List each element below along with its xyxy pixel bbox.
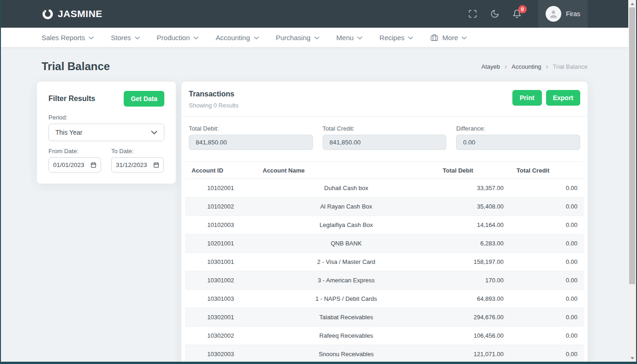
print-button[interactable]: Print [512,90,542,106]
export-button[interactable]: Export [546,90,580,106]
nav-label: Stores [111,34,131,42]
difference-value: 0.00 [456,135,580,150]
total-credit-cell: 0.00 [510,240,584,247]
account-id-cell: 10102001 [185,185,256,191]
total-credit-cell: 0.00 [510,295,584,302]
from-date-input[interactable]: 01/01/2023 [48,157,101,173]
nav-item-production[interactable]: Production [157,34,199,42]
table-row: 10102003 Legtaifiya Cash Box 14,164.00 0… [185,216,584,234]
account-name-cell: QNB BANK [256,240,436,247]
nav-item-menu[interactable]: Menu [337,34,363,42]
calendar-icon [153,162,159,168]
account-id-cell: 10301001 [185,258,256,265]
user-menu[interactable]: Firas [538,0,588,28]
nav-item-more[interactable]: More [430,33,467,42]
breadcrumb-atayeb[interactable]: Atayeb [481,63,500,70]
account-name-cell: Duhail Cash box [256,185,436,191]
table-header-row: Account ID Account Name Total Debit Tota… [185,161,584,179]
nav-label: More [442,34,458,42]
filter-panel: Filter Results Get Data Period: This Yea… [37,82,176,184]
chevron-down-icon [193,36,198,40]
transactions-title: Transactions [189,90,239,98]
to-date-input[interactable]: 31/12/2023 [111,157,164,173]
scroll-down-arrow[interactable] [628,354,636,362]
to-date-value: 31/12/2023 [116,161,147,168]
brand-name: JASMINE [58,8,102,19]
breadcrumb: Atayeb › Accounting › Trial Balance [481,63,588,70]
scroll-up-arrow[interactable] [628,0,636,7]
user-avatar [546,6,561,22]
transactions-panel: Transactions Showing 0 Results Print Exp… [181,82,588,362]
chevron-down-icon [135,36,140,40]
account-id-cell: 10302002 [185,332,256,339]
total-credit-cell: 0.00 [510,351,584,358]
table-row: 10301003 1 - NAPS / Debit Cards 64,893.0… [185,290,584,308]
table-row: 10102002 Al Rayan Cash Box 35,408.00 0.0… [185,197,584,216]
notifications-bell-icon[interactable]: 0 [512,9,522,18]
total-debit-cell: 14,164.00 [436,221,510,228]
table-row: 10302002 Rafeeq Receivables 106,456.00 0… [185,327,584,345]
total-debit-cell: 35,408.00 [436,203,510,210]
period-select[interactable]: This Year [48,124,164,141]
dark-mode-moon-icon[interactable] [490,9,499,18]
page-title: Trial Balance [42,60,110,73]
nav-label: Menu [337,34,354,42]
breadcrumb-accounting[interactable]: Accounting [511,63,541,70]
chevron-down-icon [462,36,467,40]
nav-item-stores[interactable]: Stores [111,34,139,42]
nav-label: Sales Reports [42,34,85,42]
account-name-cell: Snoonu Receivables [256,351,436,358]
nav-label: Accounting [216,34,250,42]
account-name-cell: Al Rayan Cash Box [256,203,436,210]
table-row: 10102001 Duhail Cash box 33,357.00 0.00 [185,179,584,197]
to-date-label: To Date: [111,148,164,155]
col-header-account-name: Account Name [256,167,436,174]
total-credit-cell: 0.00 [510,203,584,210]
table-row: 10201001 QNB BANK 6,283.00 0.00 [185,234,584,253]
vertical-scrollbar [628,0,636,362]
nav-item-sales-reports[interactable]: Sales Reports [42,34,94,42]
notification-count-badge: 0 [518,5,527,13]
nav-item-recipes[interactable]: Recipes [379,34,413,42]
account-name-cell: Legtaifiya Cash Box [256,221,436,228]
totals-summary: Total Debit: 841,850.00 Total Credit: 84… [181,117,588,150]
accounts-table: Account ID Account Name Total Debit Tota… [185,161,584,362]
account-id-cell: 10102003 [185,221,256,228]
total-credit-cell: 0.00 [510,221,584,228]
chevron-down-icon [314,36,319,40]
total-debit-cell: 106,456.00 [436,332,510,339]
total-debit-cell: 294,676.00 [436,314,510,321]
total-credit-cell: 0.00 [510,314,584,321]
fullscreen-icon[interactable] [468,9,477,18]
account-id-cell: 10102002 [185,203,256,210]
account-id-cell: 10301002 [185,277,256,284]
total-debit-cell: 64,893.00 [436,295,510,302]
top-header: JASMINE 0 [1,0,628,28]
total-credit-cell: 0.00 [510,185,584,191]
nav-item-accounting[interactable]: Accounting [216,34,258,42]
total-credit-value: 841,850.00 [323,135,447,150]
filter-title: Filter Results [48,95,95,103]
header-actions: 0 Firas [468,0,628,28]
difference-label: Differance: [456,125,580,132]
chevron-down-icon [408,36,413,40]
nav-item-purchasing[interactable]: Purchasing [276,34,319,42]
chevron-right-icon: › [505,63,507,70]
total-credit-cell: 0.00 [510,277,584,284]
account-name-cell: Rafeeq Receivables [256,332,436,339]
table-row: 10302003 Snoonu Receivables 121,071.00 0… [185,345,584,362]
period-value: This Year [55,129,82,136]
chevron-right-icon: › [546,63,548,70]
total-credit-label: Total Credit: [323,125,447,132]
brand-logo[interactable]: JASMINE [42,8,102,20]
table-row: 10301001 2 - Visa / Master Card 158,197.… [185,253,584,271]
period-label: Period: [48,114,164,121]
col-header-account-id: Account ID [185,167,256,174]
scrollbar-thumb[interactable] [629,7,635,284]
account-name-cell: 2 - Visa / Master Card [256,258,436,265]
account-name-cell: 1 - NAPS / Debit Cards [256,295,436,302]
from-date-value: 01/01/2023 [53,161,84,168]
total-debit-label: Total Debit: [189,125,313,132]
briefcase-icon [430,33,439,42]
get-data-button[interactable]: Get Data [124,91,164,107]
